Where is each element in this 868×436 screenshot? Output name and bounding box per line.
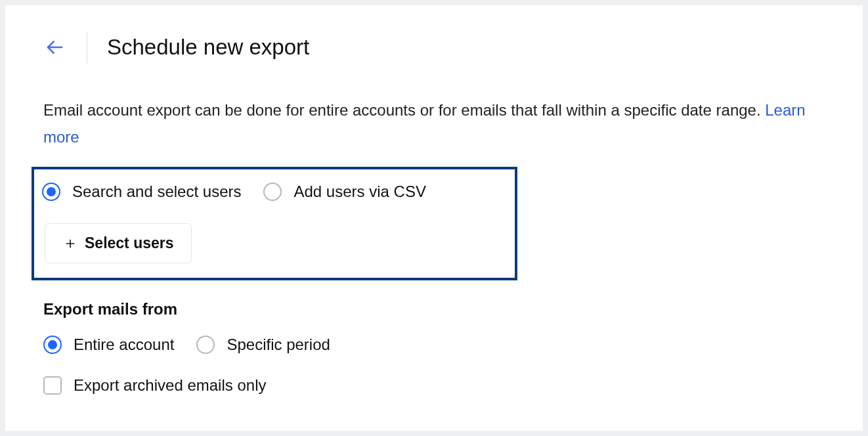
radio-entire-account[interactable]: Entire account: [43, 336, 174, 354]
description-text: Email account export can be done for ent…: [43, 97, 825, 151]
radio-dot: [48, 340, 57, 349]
select-users-button-label: Select users: [85, 234, 174, 252]
select-users-button[interactable]: ＋ Select users: [45, 223, 192, 263]
radio-add-users-csv[interactable]: Add users via CSV: [263, 183, 425, 201]
plus-icon: ＋: [62, 235, 78, 251]
checkbox-unchecked-icon: [43, 376, 62, 395]
checkbox-archived-label: Export archived emails only: [74, 376, 266, 395]
radio-unselected-icon: [263, 183, 282, 201]
user-selection-highlight: Search and select users Add users via CS…: [32, 167, 517, 280]
radio-selected-icon: [42, 183, 60, 201]
radio-specific-label: Specific period: [227, 336, 330, 354]
export-from-heading: Export mails from: [43, 300, 825, 318]
checkbox-archived-only[interactable]: Export archived emails only: [43, 376, 266, 395]
radio-csv-label: Add users via CSV: [293, 183, 425, 201]
header-divider: [87, 32, 87, 63]
radio-specific-period[interactable]: Specific period: [196, 336, 330, 354]
export-card: Schedule new export Email account export…: [5, 5, 863, 431]
radio-selected-icon: [43, 336, 62, 354]
back-arrow-icon[interactable]: [43, 36, 66, 58]
radio-unselected-icon: [196, 336, 215, 354]
page-title: Schedule new export: [107, 35, 309, 60]
description-body: Email account export can be done for ent…: [43, 101, 765, 119]
radio-search-label: Search and select users: [72, 183, 241, 201]
header: Schedule new export: [43, 32, 825, 63]
export-from-radio-row: Entire account Specific period: [43, 336, 825, 354]
radio-entire-label: Entire account: [74, 336, 174, 354]
radio-dot: [47, 187, 56, 196]
radio-search-select-users[interactable]: Search and select users: [42, 183, 241, 201]
user-selection-radio-row: Search and select users Add users via CS…: [42, 183, 504, 201]
